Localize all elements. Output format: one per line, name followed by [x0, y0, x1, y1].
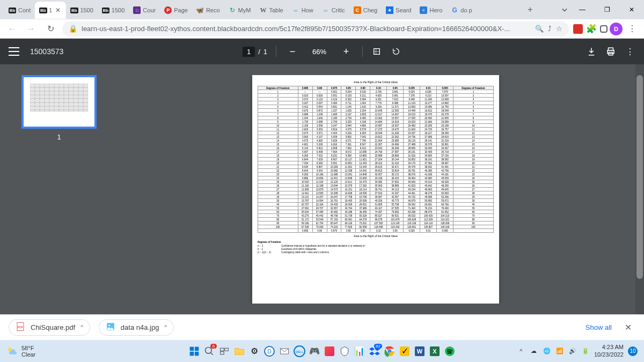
search-button[interactable]: 6: [203, 345, 216, 358]
dell-icon[interactable]: DELL: [293, 345, 306, 358]
settings-icon[interactable]: ⚙: [248, 345, 261, 358]
app-icon[interactable]: 🎮: [308, 345, 321, 358]
profile-avatar[interactable]: D: [610, 23, 623, 35]
sidebar-toggle-button[interactable]: [9, 46, 19, 57]
volume-icon[interactable]: 🔊: [568, 347, 577, 356]
browser-tab[interactable]: ↻MyM: [224, 2, 255, 19]
browser-tab[interactable]: Bb1500: [66, 2, 97, 19]
notification-badge[interactable]: 10: [628, 346, 638, 356]
app-icon[interactable]: [323, 345, 336, 358]
extension-square-icon[interactable]: [600, 25, 608, 33]
zoom-in-button[interactable]: +: [339, 44, 354, 59]
chevron-down-icon[interactable]: [559, 4, 570, 15]
windows-taskbar: 58°F Clear 6 ⚙ D DELL 🎮 📊 82 ✓ W X ^ ☁ 🌐…: [0, 340, 644, 362]
chevron-up-icon[interactable]: ^: [80, 324, 83, 330]
dropbox-icon[interactable]: 82: [368, 345, 381, 358]
wifi-icon[interactable]: 📶: [555, 347, 564, 356]
download-item[interactable]: PDFChiSquare.pdf^: [9, 319, 90, 336]
browser-tab[interactable]: Gdo p: [447, 2, 476, 19]
browser-tab[interactable]: BbCont: [4, 2, 35, 19]
back-button[interactable]: ←: [4, 21, 19, 36]
page-thumbnail[interactable]: [21, 75, 97, 129]
new-tab-button[interactable]: +: [523, 2, 538, 17]
svg-point-13: [206, 347, 212, 353]
pdf-more-button[interactable]: ⋮: [625, 46, 635, 57]
browser-tab[interactable]: Bb1500: [98, 2, 129, 19]
browser-tab[interactable]: ∞How: [288, 2, 318, 19]
extensions-puzzle-icon[interactable]: 🧩: [585, 23, 598, 35]
start-button[interactable]: [188, 345, 201, 358]
app-icon[interactable]: ✓: [398, 345, 411, 358]
extension-icon[interactable]: [573, 24, 583, 34]
download-button[interactable]: [586, 46, 597, 57]
security-icon[interactable]: [338, 345, 351, 358]
scrollbar-track[interactable]: [635, 64, 644, 314]
clock[interactable]: 4:23 AM 10/23/2022: [594, 344, 624, 358]
forward-button[interactable]: →: [24, 21, 39, 36]
app-icon[interactable]: 📊: [353, 345, 366, 358]
download-item[interactable]: data n4a.jpg^: [99, 319, 174, 336]
explorer-icon[interactable]: [233, 345, 246, 358]
tab-label: How: [302, 7, 313, 13]
footnote-label: n − 1: [258, 245, 279, 247]
tray-chevron-icon[interactable]: ^: [517, 347, 525, 356]
browser-tab[interactable]: Bb1✕: [35, 2, 66, 19]
close-window-button[interactable]: ✕: [619, 0, 644, 19]
browser-tab[interactable]: ∞Critic: [318, 2, 349, 19]
browser-tab[interactable]: WTable: [255, 2, 287, 19]
tab-label: Reco: [206, 7, 220, 13]
table-footnotes: Degrees of Freedom n − 1Confidence inter…: [258, 241, 494, 254]
scrollbar-thumb[interactable]: [636, 75, 643, 279]
browser-tab[interactable]: □Cour: [129, 2, 160, 19]
tab-label: MyM: [238, 7, 251, 13]
bookmark-star-icon[interactable]: ☆: [556, 25, 562, 33]
rotate-button[interactable]: [391, 46, 401, 57]
chrome-icon[interactable]: [383, 345, 396, 358]
tab-favicon: Bb: [9, 6, 16, 14]
browser-menu-button[interactable]: ⋮: [625, 21, 640, 36]
app-icon[interactable]: D: [263, 345, 276, 358]
battery-icon[interactable]: 🔋: [581, 347, 590, 356]
browser-tab[interactable]: ≡Hero: [415, 2, 447, 19]
tab-label: Cont: [18, 7, 31, 13]
close-downloads-bar-button[interactable]: ✕: [620, 320, 635, 335]
browser-tab[interactable]: ★Seard: [382, 2, 415, 19]
tab-favicon: 🦋: [196, 6, 204, 14]
browser-tab[interactable]: CCheg: [349, 2, 382, 19]
fit-page-button[interactable]: [371, 46, 382, 57]
zoom-out-button[interactable]: −: [285, 44, 300, 59]
print-button[interactable]: [605, 46, 616, 57]
browser-titlebar: BbContBb1✕Bb1500Bb1500□CourPPage🦋Reco↻My…: [0, 0, 644, 19]
browser-tab[interactable]: PPage: [160, 2, 192, 19]
minimize-button[interactable]: —: [570, 0, 595, 19]
tab-favicon: G: [451, 6, 458, 14]
chevron-up-icon[interactable]: ^: [164, 324, 167, 330]
tab-label: do p: [460, 7, 472, 13]
language-icon[interactable]: 🌐: [543, 347, 551, 356]
url-bar[interactable]: 🔒 learn-us-east-1-prod-fleet02-xythos.co…: [62, 21, 569, 36]
weather-widget[interactable]: 58°F Clear: [6, 345, 35, 358]
close-tab-button[interactable]: ✕: [54, 6, 62, 14]
mail-icon[interactable]: [278, 345, 291, 358]
maximize-button[interactable]: ❐: [595, 0, 619, 19]
browser-tab[interactable]: 🦋Reco: [192, 2, 224, 19]
pdf-page[interactable]: Area to the Right of the Critical Value …: [252, 75, 499, 304]
download-filename: ChiSquare.pdf: [31, 323, 75, 331]
pdf-document-title: 15003573: [30, 47, 63, 56]
onedrive-icon[interactable]: ☁: [530, 347, 538, 356]
toolbar-separator: [276, 46, 276, 57]
current-page-input[interactable]: 1: [243, 47, 255, 57]
word-icon[interactable]: W: [413, 345, 426, 358]
zoom-level[interactable]: 66%: [309, 48, 330, 56]
search-icon[interactable]: 🔍: [535, 25, 544, 33]
task-view-button[interactable]: [218, 345, 231, 358]
tab-label: Cheg: [363, 7, 377, 13]
share-icon[interactable]: ⤴: [548, 25, 552, 33]
spotify-icon[interactable]: [443, 345, 456, 358]
excel-icon[interactable]: X: [428, 345, 441, 358]
weather-temp: 58°F: [21, 345, 35, 351]
show-all-downloads-link[interactable]: Show all: [586, 323, 612, 331]
pdf-viewport[interactable]: 1 Area to the Right of the Critical Valu…: [0, 64, 644, 314]
weather-icon: [6, 346, 17, 357]
reload-button[interactable]: ↻: [43, 21, 58, 36]
